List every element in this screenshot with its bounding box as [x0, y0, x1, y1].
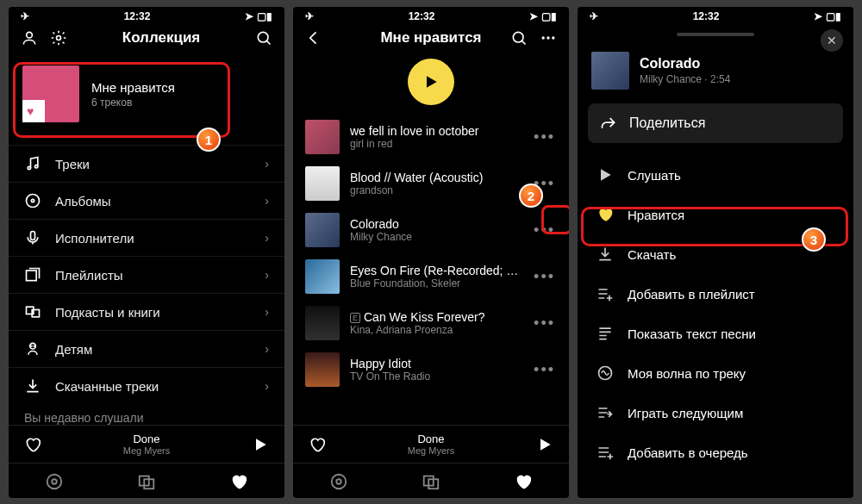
track-cover — [305, 259, 340, 294]
track-row[interactable]: Eyes On Fire (Re-Recorded; Sk… Blue Foun… — [293, 253, 569, 300]
profile-icon[interactable] — [21, 29, 38, 47]
menu-item-Скачанные треки[interactable]: Скачанные треки › — [9, 367, 284, 404]
menu-item-Исполнители[interactable]: Исполнители › — [9, 219, 284, 256]
share-label: Поделиться — [629, 115, 705, 131]
svg-point-22 — [332, 475, 347, 489]
action-Моя волна по треку[interactable]: Моя волна по треку — [581, 353, 850, 393]
plane-icon: ✈ — [590, 10, 598, 22]
now-playing-bar[interactable]: Done Meg Myers — [293, 425, 569, 463]
status-bar: ✈ 12:32 ➤ ▢▮ — [293, 7, 569, 24]
share-icon — [600, 115, 617, 132]
np-title: Done — [338, 432, 524, 445]
tab-bar — [9, 463, 284, 498]
tab-liked-icon[interactable] — [229, 472, 248, 491]
lyrics-icon — [597, 325, 614, 342]
header: Мне нравится — [293, 24, 569, 55]
menu-item-Треки[interactable]: Треки › — [9, 145, 284, 182]
tab-home-icon[interactable] — [329, 472, 348, 491]
svg-point-23 — [337, 479, 342, 484]
close-icon[interactable]: ✕ — [821, 29, 843, 52]
svg-point-6 — [31, 199, 34, 202]
action-label: Показать текст песни — [628, 327, 756, 341]
more-icon[interactable] — [540, 29, 557, 47]
svg-point-1 — [57, 36, 61, 40]
track-more-icon[interactable]: ••• — [532, 128, 557, 146]
svg-point-5 — [27, 195, 40, 208]
music-note-icon — [24, 155, 41, 172]
track-more-icon[interactable]: ••• — [532, 361, 557, 379]
chevron-right-icon: › — [265, 231, 269, 245]
action-label: Добавить в очередь — [628, 445, 748, 460]
location-icon: ➤ — [814, 10, 822, 22]
heart-icon: ♥ — [27, 104, 34, 118]
track-more-icon[interactable]: ••• — [532, 314, 557, 333]
menu-item-Подкасты и книги[interactable]: Подкасты и книги › — [9, 293, 284, 330]
chevron-right-icon: › — [265, 194, 269, 208]
track-list: we fell in love in october girl in red •… — [293, 114, 569, 425]
svg-point-4 — [35, 165, 38, 168]
track-more-icon[interactable]: ••• — [532, 221, 557, 240]
tab-home-icon[interactable] — [45, 472, 64, 491]
track-artist: TV On The Radio — [350, 370, 522, 383]
menu-item-Плейлисты[interactable]: Плейлисты › — [9, 256, 284, 293]
playlist-title: Мне нравится — [91, 80, 175, 95]
status-time: 12:32 — [693, 10, 720, 22]
action-Играть следующим[interactable]: Играть следующим — [581, 393, 850, 432]
header: Коллекция — [9, 24, 284, 55]
chevron-right-icon: › — [265, 342, 269, 356]
child-icon — [24, 340, 41, 358]
search-icon[interactable] — [510, 29, 528, 47]
track-row[interactable]: Happy Idiot TV On The Radio ••• — [293, 346, 569, 393]
sheet-header: Colorado Milky Chance · 2:54 — [578, 41, 853, 103]
status-bar: ✈ 12:32 ➤ ▢▮ — [578, 7, 853, 24]
track-cover — [591, 52, 629, 90]
now-playing-bar[interactable]: Done Meg Myers — [9, 425, 284, 463]
gear-icon[interactable] — [50, 29, 67, 47]
svg-point-14 — [47, 475, 62, 489]
status-right: ➤ ▢▮ — [245, 10, 272, 22]
svg-point-20 — [547, 36, 549, 39]
tab-liked-icon[interactable] — [514, 472, 533, 491]
action-Слушать[interactable]: Слушать — [581, 155, 850, 195]
track-row[interactable]: ECan We Kiss Forever? Kina, Adriana Proe… — [293, 300, 569, 346]
tab-podcasts-icon[interactable] — [137, 472, 156, 491]
action-Добавить в очередь[interactable]: Добавить в очередь — [581, 432, 850, 472]
heart-outline-icon[interactable] — [309, 436, 326, 453]
menu-item-Детям[interactable]: Детям › — [9, 330, 284, 367]
np-artist: Meg Myers — [338, 445, 524, 456]
plane-icon: ✈ — [21, 10, 29, 22]
track-title: Eyes On Fire (Re-Recorded; Sk… — [350, 264, 522, 277]
track-title: we fell in love in october — [350, 124, 522, 138]
status-right: ➤ ▢▮ — [814, 10, 841, 22]
plane-icon: ✈ — [305, 10, 314, 22]
play-icon[interactable] — [536, 436, 553, 453]
screen-collection: ✈ 12:32 ➤ ▢▮ Коллекция ♥ Мне нравится 6 … — [9, 7, 284, 498]
chevron-right-icon: › — [265, 305, 269, 319]
collection-menu: Треки › Альбомы › Исполнители › Плейлист… — [9, 145, 284, 404]
action-Добавить в плейлист[interactable]: Добавить в плейлист — [581, 274, 850, 314]
sheet-handle[interactable] — [677, 33, 754, 36]
share-button[interactable]: Поделиться — [588, 103, 843, 143]
search-icon[interactable] — [255, 29, 272, 47]
back-icon[interactable] — [305, 29, 322, 47]
menu-label: Скачанные треки — [55, 379, 251, 394]
play-all-button[interactable] — [408, 59, 454, 105]
heart-outline-icon[interactable] — [24, 436, 41, 453]
track-title: Colorado — [640, 56, 730, 72]
liked-playlist-card[interactable]: ♥ Мне нравится 6 треков — [21, 62, 272, 128]
track-row[interactable]: Colorado Milky Chance ••• — [293, 207, 569, 253]
svg-point-21 — [552, 36, 554, 39]
tab-podcasts-icon[interactable] — [422, 472, 440, 491]
menu-item-Альбомы[interactable]: Альбомы › — [9, 182, 284, 219]
track-artist: grandson — [350, 184, 522, 196]
action-Показать текст песни[interactable]: Показать текст песни — [581, 314, 850, 353]
action-label: Играть следующим — [628, 406, 743, 420]
status-right: ➤ ▢▮ — [529, 10, 557, 22]
action-label: Слушать — [628, 168, 681, 183]
track-cover — [305, 120, 340, 154]
track-cover — [305, 306, 340, 340]
track-row[interactable]: we fell in love in october girl in red •… — [293, 114, 569, 160]
play-icon[interactable] — [252, 436, 269, 453]
page-title: Коллекция — [79, 29, 243, 47]
track-more-icon[interactable]: ••• — [532, 268, 557, 286]
